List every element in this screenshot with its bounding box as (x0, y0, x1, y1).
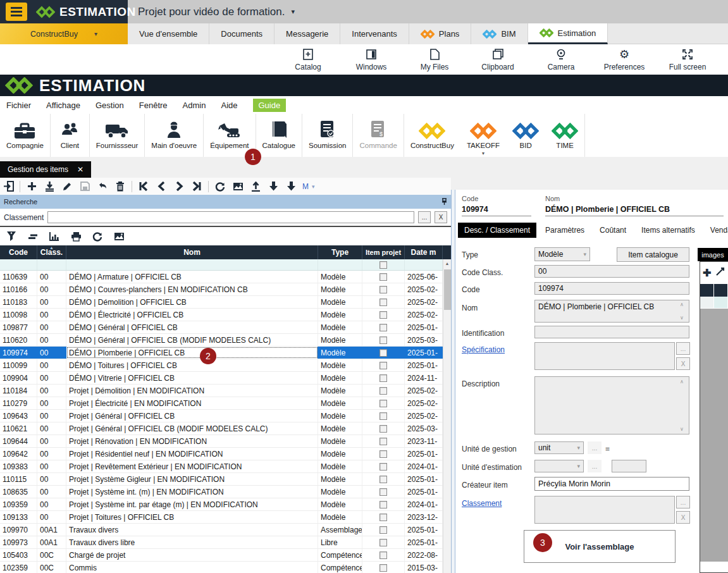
toolbar-bid[interactable]: BID (506, 114, 545, 157)
specification-link[interactable]: Spécification (462, 345, 505, 354)
table-scrollbar[interactable]: ▲ (443, 259, 451, 573)
description-spinner[interactable]: ∧∨ (680, 379, 684, 432)
toolbar-client[interactable]: Client (51, 114, 90, 157)
item-projet-checkbox[interactable] (379, 463, 387, 471)
unite-estimation-factor-field[interactable] (612, 460, 646, 472)
identification-field[interactable] (534, 326, 689, 338)
tab-desc-classement[interactable]: Desc. / Classement (458, 223, 536, 238)
classement-input[interactable] (47, 211, 414, 223)
table-row[interactable]: 109359 00 Projet | Système int. par étag… (0, 498, 451, 511)
item-projet-checkbox[interactable] (379, 539, 387, 546)
printer-icon[interactable] (70, 230, 82, 243)
exit-door-icon[interactable] (2, 180, 15, 193)
table-row[interactable]: 102359 00C Commis Compétence 2015-03- (0, 562, 451, 573)
export-up-icon[interactable] (249, 180, 262, 193)
item-projet-checkbox[interactable] (379, 501, 387, 508)
tab-images[interactable]: images (698, 248, 728, 261)
refresh-icon[interactable] (91, 230, 104, 243)
tab-messagerie[interactable]: Messagerie (275, 23, 340, 44)
item-catalogue-button[interactable]: Item catalogue (617, 247, 689, 262)
classement-link[interactable]: Classement (462, 499, 502, 508)
classement-browse-button[interactable]: ... (418, 211, 431, 223)
table-row[interactable]: 109970 00A1 Travaux divers Assemblage 20… (0, 524, 451, 536)
trash-icon[interactable] (114, 180, 126, 193)
filter-funnel-icon[interactable] (5, 230, 18, 243)
item-projet-checkbox[interactable] (379, 514, 387, 521)
quick-preferences[interactable]: ⚙ Preferences (593, 48, 656, 71)
tab-intervenants[interactable]: Intervenants (340, 23, 409, 44)
tab-coutant[interactable]: Coûtant (593, 223, 632, 238)
tab-bim[interactable]: BIM (471, 23, 527, 44)
unite-gestion-browse-button[interactable]: ... (588, 441, 602, 454)
quick-my-files[interactable]: My Files (403, 48, 466, 71)
classement-clear-button[interactable]: X (676, 511, 690, 524)
item-projet-checkbox[interactable] (379, 425, 387, 433)
match-lines-icon[interactable] (27, 230, 39, 243)
item-projet-checkbox[interactable] (379, 400, 387, 407)
item-projet-checkbox[interactable] (379, 324, 387, 331)
code-field[interactable]: 109974 (534, 282, 689, 295)
item-projet-checkbox[interactable] (379, 551, 387, 559)
refresh-icon[interactable] (214, 180, 226, 193)
table-row[interactable]: 109643 00 Projet | Général | OFFICIEL CB… (0, 410, 451, 422)
table-row[interactable]: 109383 00 Projet | Revêtement Extérieur … (0, 460, 451, 473)
classement-clear-button[interactable]: X (435, 211, 447, 223)
item-projet-checkbox[interactable] (379, 476, 387, 483)
open-image-icon[interactable] (716, 267, 725, 279)
col-type[interactable]: Type (318, 245, 362, 259)
first-record-icon[interactable] (137, 180, 150, 193)
specification-field[interactable] (534, 342, 675, 370)
col-code[interactable]: Code (0, 245, 37, 259)
menu-fichier[interactable]: Fichier (6, 101, 31, 110)
add-image-icon[interactable]: ✚ (703, 267, 711, 279)
item-projet-checkbox[interactable] (379, 374, 387, 382)
toolbar-constructbuy[interactable]: ConstructBuy (404, 114, 460, 157)
col-nom[interactable]: Nom (66, 245, 318, 259)
item-projet-checkbox[interactable] (379, 362, 387, 369)
menu-gestion[interactable]: Gestion (96, 101, 124, 110)
type-select[interactable]: Modèle▾ (534, 247, 590, 261)
filter-checkbox[interactable] (379, 261, 387, 269)
table-row[interactable]: 109642 00 Projet | Résidentiel neuf | EN… (0, 448, 451, 460)
table-row[interactable]: 110639 00 DÉMO | Armature | OFFICIEL CB … (0, 271, 451, 283)
quick-fullscreen[interactable]: Full screen (656, 48, 719, 71)
constructbuy-dropdown[interactable]: ConstructBuy ▾ (0, 23, 128, 44)
item-projet-checkbox[interactable] (379, 438, 387, 445)
add-icon[interactable] (25, 180, 38, 193)
toolbar-catalogue[interactable]: Catalogue (256, 114, 302, 157)
table-row[interactable]: 110098 00 DÉMO | Électricité | OFFICIEL … (0, 309, 451, 321)
table-row[interactable]: 109644 00 Projet | Rénovation | EN MODIF… (0, 435, 451, 448)
scroll-up-icon[interactable]: ▲ (443, 259, 451, 268)
item-projet-checkbox[interactable] (379, 450, 387, 458)
menu-affichage[interactable]: Affichage (46, 101, 80, 110)
item-projet-checkbox[interactable] (379, 526, 387, 534)
item-projet-checkbox[interactable] (379, 299, 387, 306)
specification-clear-button[interactable]: X (676, 357, 690, 370)
item-projet-checkbox[interactable] (379, 336, 387, 344)
table-row[interactable]: 109877 00 DÉMO | Général | OFFICIEL CB M… (0, 321, 451, 334)
tab-estimation[interactable]: Estimation (528, 23, 608, 44)
tab-documents[interactable]: Documents (209, 23, 275, 44)
table-row[interactable]: 109904 00 DÉMO | Vitrerie | OFFICIEL CB … (0, 372, 451, 385)
menu-admin[interactable]: Admin (183, 101, 206, 110)
next-record-icon[interactable] (173, 180, 185, 193)
unite-gestion-select[interactable]: unit▾ (534, 441, 584, 454)
toolbar-soumission[interactable]: Soumission (302, 114, 353, 157)
menu-fenetre[interactable]: Fenêtre (139, 101, 168, 110)
m-dropdown[interactable]: M ▾ (302, 182, 315, 191)
nom-spinner[interactable]: ∧∨ (680, 302, 684, 321)
table-row[interactable]: 105403 00C Chargé de projet Compétence 2… (0, 549, 451, 562)
table-row[interactable]: 110115 00 Projet | Système Gigleur | EN … (0, 473, 451, 486)
table-row[interactable]: 109133 00 Projet | Toitures | OFFICIEL C… (0, 511, 451, 524)
table-row[interactable]: 110184 00 Projet | Démolition | EN MODIF… (0, 385, 451, 397)
prev-record-icon[interactable] (155, 180, 168, 193)
unite-estimation-browse-button[interactable]: ... (588, 460, 602, 472)
quick-clipboard[interactable]: Clipboard (466, 48, 529, 71)
quick-camera[interactable]: Camera (529, 48, 593, 71)
tab-plans[interactable]: Plans (409, 23, 472, 44)
download-arrow-icon[interactable] (267, 180, 280, 193)
col-class[interactable]: ▲Class. (37, 245, 66, 259)
close-icon[interactable]: ✕ (77, 165, 83, 174)
createur-field[interactable]: Précylia Morin Morin (534, 477, 689, 491)
item-projet-checkbox[interactable] (379, 387, 387, 395)
